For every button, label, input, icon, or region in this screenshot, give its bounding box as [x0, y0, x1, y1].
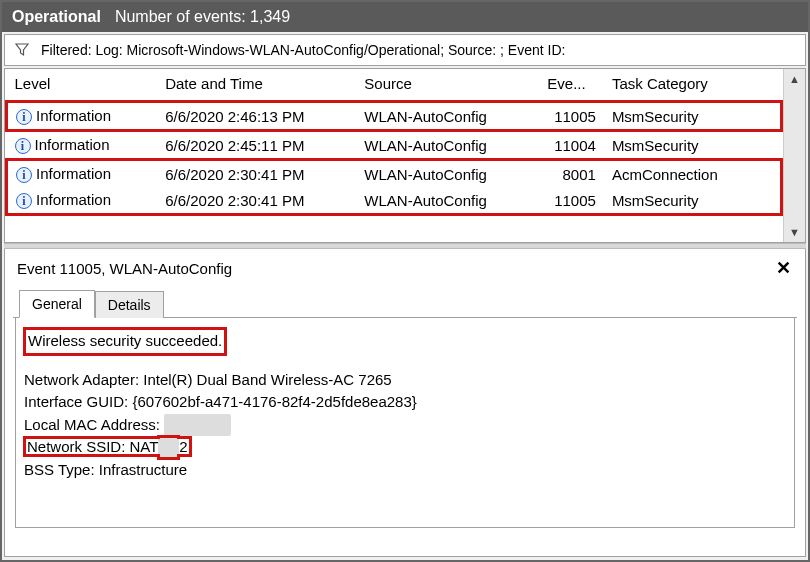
- info-icon: i: [16, 109, 32, 125]
- mac-line: Local MAC Address:: [24, 414, 786, 437]
- log-name: Operational: [12, 8, 101, 26]
- funnel-icon: [13, 41, 31, 59]
- table-row[interactable]: iInformation6/6/2020 2:30:41 PMWLAN-Auto…: [7, 187, 782, 215]
- info-icon: i: [15, 138, 31, 154]
- event-count: Number of events: 1,349: [115, 8, 290, 26]
- bss-line: BSS Type: Infrastructure: [24, 459, 786, 482]
- titlebar: Operational Number of events: 1,349: [2, 2, 808, 32]
- event-list: Level Date and Time Source Eve... Task C…: [4, 68, 806, 243]
- ssid-line: Network SSID: NAT 2: [24, 436, 786, 459]
- guid-line: Interface GUID: {607602bf-a471-4176-82f4…: [24, 391, 786, 414]
- detail-summary: Wireless security succeeded.: [24, 328, 226, 355]
- col-date[interactable]: Date and Time: [157, 69, 356, 102]
- tab-general[interactable]: General: [19, 290, 95, 318]
- filter-bar: Filtered: Log: Microsoft-Windows-WLAN-Au…: [4, 34, 806, 66]
- mac-redacted: [164, 414, 231, 437]
- detail-body: Wireless security succeeded. Network Ada…: [15, 318, 795, 528]
- col-eveid[interactable]: Eve...: [539, 69, 604, 102]
- tab-details[interactable]: Details: [95, 291, 164, 318]
- detail-title: Event 11005, WLAN-AutoConfig: [17, 260, 232, 277]
- table-row[interactable]: iInformation6/6/2020 2:46:13 PMWLAN-Auto…: [7, 102, 782, 131]
- scroll-up-icon[interactable]: ▲: [784, 69, 805, 89]
- close-icon[interactable]: ✕: [770, 257, 797, 279]
- filter-text: Filtered: Log: Microsoft-Windows-WLAN-Au…: [41, 42, 565, 58]
- table-row[interactable]: iInformation6/6/2020 2:30:41 PMWLAN-Auto…: [7, 160, 782, 188]
- detail-pane: Event 11005, WLAN-AutoConfig ✕ General D…: [4, 249, 806, 557]
- column-headers[interactable]: Level Date and Time Source Eve... Task C…: [7, 69, 782, 102]
- tabstrip: General Details: [13, 289, 797, 318]
- event-table: Level Date and Time Source Eve... Task C…: [5, 69, 783, 216]
- adapter-line: Network Adapter: Intel(R) Dual Band Wire…: [24, 369, 786, 392]
- col-source[interactable]: Source: [356, 69, 539, 102]
- table-row[interactable]: iInformation6/6/2020 2:45:11 PMWLAN-Auto…: [7, 131, 782, 160]
- col-level[interactable]: Level: [7, 69, 158, 102]
- info-icon: i: [16, 167, 32, 183]
- info-icon: i: [16, 193, 32, 209]
- scroll-down-icon[interactable]: ▼: [784, 222, 805, 242]
- scrollbar[interactable]: ▲ ▼: [783, 69, 805, 242]
- col-task[interactable]: Task Category: [604, 69, 782, 102]
